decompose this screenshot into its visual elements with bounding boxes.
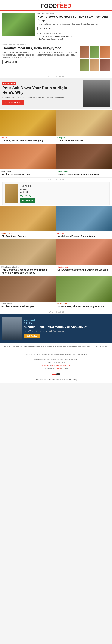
ad-label-1: ADVERTISEMENT [0, 74, 112, 78]
cheese-content: Better Homes & Gardens This Gorgeous Che… [0, 265, 56, 276]
pancakes-content: Southern Living Old-Fashioned Pancakes [0, 231, 56, 240]
waffles-content: allrecipes The Only Frozen Waffles Worth… [0, 136, 56, 144]
chicken-title: 31 Chicken Breast Recipes [1, 173, 54, 176]
footer-disclaimer: Each product we feature has been indepen… [0, 344, 112, 352]
whiskey-ad: This whiskey drink is perfect for Dry Ja… [2, 182, 110, 205]
promo-text: LIFEHACK.ORG Pour Salt Down Your Drain a… [2, 82, 81, 105]
article-pancakes: Southern Living Old-Fashioned Pancakes [0, 206, 56, 240]
article-chicken: FOOD&WINE 31 Chicken Breast Recipes [0, 144, 56, 178]
sponsored-desc: Meal kits are so last year. Meet Hungryr… [2, 51, 78, 59]
site-logo: FOODFEED [0, 3, 112, 9]
chicken-content: FOOD&WINE 31 Chicken Breast Recipes [0, 170, 56, 178]
sponsored-title: Goodbye Meal Kits, Hello Hungryroot [2, 46, 78, 50]
lifehack-tag: LIFEHACK.ORG [2, 82, 15, 85]
chicken-source: FOOD&WINE [1, 171, 54, 172]
waffles-image [0, 110, 56, 136]
sides-source: REAL SIMPLE [58, 303, 111, 304]
cucumber-content: Better Homes & Gardens How To Store Cucu… [37, 13, 110, 40]
whiskey-line3: perfect for [20, 191, 107, 194]
whiskey-text: This whiskey drink is perfect for Dry Ja… [20, 184, 107, 202]
article-grid-2: Southern Living Old-Fashioned Pancakes ◆… [0, 206, 112, 310]
ad-label-3: ADVERTISEMENT [0, 310, 112, 314]
waffles-source: allrecipes [1, 137, 54, 138]
mushrooms-image [56, 144, 112, 170]
mushrooms-content: TheSpruceEats Sauteed Steakhouse-Style M… [56, 170, 112, 178]
smartasset-person-image [2, 317, 22, 340]
diner-source: martha stewart [1, 303, 54, 304]
smartasset-desc: Find a Vetted Fiduciary to Help with You… [24, 330, 110, 332]
promo-desc: Life Hack: "Here's what happens when you… [2, 96, 81, 99]
related-link-1[interactable]: The Best Way To Store Apples [37, 32, 110, 35]
smartasset-title: "Should I Take RMDs Monthly or Annually?… [24, 325, 110, 329]
lasagna-source: ⊕ serious eats [58, 266, 111, 268]
smartasset-cta[interactable]: Get Started [24, 334, 40, 338]
serious-eats-icon: ⊕ [58, 266, 59, 268]
svg-point-0 [52, 374, 54, 375]
sponsored-label: SPONSORED BY HUNGRYROOT [2, 44, 110, 45]
footer-email-text: This email was sent to xxxxx@gmail.com |… [25, 354, 87, 355]
cucumber-title: How To Store Cucumbers So They'll Stay F… [37, 15, 110, 22]
cucumber-related-links: The Best Way To Store Apples How To Stor… [37, 32, 110, 40]
smartasset-banner: smart asset Ask A Pro "Should I Take RMD… [0, 314, 112, 343]
mk-img-4 [80, 59, 89, 71]
footer-policy-links: Privacy Policy | Terms of Service | Help… [3, 364, 109, 367]
whiskey-line2: drink is [20, 188, 107, 191]
article-grid-1: allrecipes The Only Frozen Waffles Worth… [0, 110, 112, 178]
lasagna-content: ⊕ serious eats Ultra-Creamy Spinach And … [56, 265, 112, 273]
cheese-source: Better Homes & Gardens [1, 266, 54, 268]
sponsored-cta[interactable]: LEARN MORE [2, 60, 19, 64]
lifehack-promo: LIFEHACK.ORG Pour Salt Down Your Drain a… [0, 78, 112, 110]
nordstrom-image [56, 206, 112, 231]
related-link-2[interactable]: How To Store Potatoes To Maximise Shelf … [37, 35, 110, 38]
article-diner: martha stewart 40 Classic Diner Food Rec… [0, 276, 56, 310]
promo-source-tag: LIFEHACK.ORG [2, 82, 81, 85]
article-cucumbers: Better Homes & Gardens How To Store Cucu… [0, 11, 112, 42]
privacy-policy-link[interactable]: Privacy Policy [41, 365, 50, 366]
logo-food: FOOD [41, 3, 57, 9]
mk-img-6 [100, 59, 110, 71]
footer-address: Dotdash Meredith, 225 Liberty St, 4th Fl… [3, 358, 109, 361]
whiskey-image [5, 184, 18, 202]
bread-image [56, 110, 112, 136]
related-link-3[interactable]: Can You Freeze Cream Cheese? [37, 38, 110, 40]
smartasset-content: smart asset Ask A Pro "Should I Take RMD… [24, 319, 110, 338]
whiskey-line1: This whiskey [20, 184, 107, 188]
promo-title: Pour Salt Down Your Drain at Night, Here… [2, 86, 81, 95]
logo-feed: FEED [57, 3, 71, 9]
article-bread: EatingWell The Best Healthy Bread [56, 110, 112, 144]
whiskey-highlight: Dry January? [20, 194, 33, 196]
article-waffles: allrecipes The Only Frozen Waffles Worth… [0, 110, 56, 144]
bread-source: EatingWell [58, 137, 111, 138]
cucumber-read-more[interactable]: READ MORE [37, 27, 53, 30]
sides-content: REAL SIMPLE 25 Easy Party Side Dishes Fo… [56, 302, 112, 310]
diner-image [0, 276, 56, 302]
article-mushrooms: TheSpruceEats Sauteed Steakhouse-Style M… [56, 144, 112, 178]
eltoment-link[interactable]: Eltoment [55, 368, 61, 370]
promo-desc-text: "Here's what happens when you pour salt … [11, 96, 65, 98]
simply-icon: ◆ [58, 232, 59, 234]
promo-cta[interactable]: LEARN MORE [2, 100, 24, 105]
nordstrom-title: Nordstrom's Famous Tomato Soup [58, 235, 111, 238]
svg-rect-2 [56, 374, 60, 375]
sponsored-image-grid [80, 46, 110, 71]
help-link[interactable]: Help Center [64, 365, 71, 366]
mk-img-5 [90, 59, 100, 71]
whiskey-cta[interactable]: LEARN MORE [20, 198, 35, 202]
ads-powered-text: Ads powered by [44, 368, 54, 370]
terms-link[interactable]: Terms of Service [51, 365, 62, 366]
footer-copyright: ©2024 All Rights Reserved. [3, 361, 109, 364]
cucumber-source: Better Homes & Gardens [37, 13, 110, 14]
mk-img-2 [90, 46, 100, 58]
ad-label-2: ADVERTISEMENT [0, 178, 112, 181]
mushrooms-source: TheSpruceEats [58, 171, 111, 172]
drain-image [83, 80, 110, 107]
cucumber-desc: There's nothing worse than finding mushy… [37, 23, 110, 25]
bread-content: EatingWell The Best Healthy Bread [56, 136, 112, 144]
footer-disclaimer-text: Each product we feature has been indepen… [3, 346, 109, 350]
ads-powered-line: Ads powered by Eltoment AdChoices [3, 367, 109, 370]
mk-img-1 [80, 46, 89, 58]
sides-title: 25 Easy Party Side Dishes For Any Occasi… [58, 305, 111, 308]
lifehack-bold: Life Hack: [2, 96, 11, 98]
lasagna-title: Ultra-Creamy Spinach And Mushroom Lasagn… [58, 268, 111, 271]
adchoice-label: AdChoices [61, 368, 68, 370]
